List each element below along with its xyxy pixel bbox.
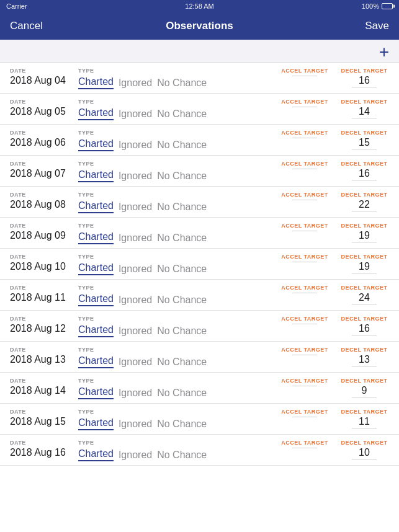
cancel-button[interactable]: Cancel — [10, 20, 43, 32]
charted-option[interactable]: Charted — [78, 200, 114, 213]
type-selector: Charted Ignored No Chance — [78, 324, 207, 337]
type-label: TYPE — [78, 254, 207, 260]
no-chance-option[interactable]: No Chance — [157, 171, 207, 182]
ignored-option[interactable]: Ignored — [119, 295, 152, 306]
date-value: 2018 Aug 10 — [10, 261, 78, 272]
accel-label: ACCEL TARGET — [281, 68, 328, 74]
ignored-option[interactable]: Ignored — [119, 140, 152, 151]
type-col: TYPE Charted Ignored No Chance — [78, 99, 207, 120]
decel-col: DECEL TARGET 16 — [339, 316, 389, 335]
accel-value — [292, 323, 317, 324]
no-chance-option[interactable]: No Chance — [157, 295, 207, 306]
type-label: TYPE — [78, 192, 207, 198]
date-value: 2018 Aug 06 — [10, 137, 78, 148]
no-chance-option[interactable]: No Chance — [157, 450, 207, 461]
table-row: DATE 2018 Aug 08 TYPE Charted Ignored No… — [0, 187, 399, 218]
no-chance-option[interactable]: No Chance — [157, 202, 207, 213]
decel-value: 16 — [352, 75, 377, 87]
save-button[interactable]: Save — [365, 20, 389, 32]
add-button[interactable]: + — [379, 43, 389, 61]
table-row: DATE 2018 Aug 07 TYPE Charted Ignored No… — [0, 156, 399, 187]
charted-option[interactable]: Charted — [78, 138, 114, 151]
charted-option[interactable]: Charted — [78, 293, 114, 306]
type-label: TYPE — [78, 440, 207, 446]
ignored-option[interactable]: Ignored — [119, 109, 152, 120]
no-chance-option[interactable]: No Chance — [157, 388, 207, 399]
ignored-option[interactable]: Ignored — [119, 326, 152, 337]
date-col: DATE 2018 Aug 08 — [10, 192, 78, 210]
no-chance-option[interactable]: No Chance — [157, 233, 207, 244]
no-chance-option[interactable]: No Chance — [157, 109, 207, 120]
date-col: DATE 2018 Aug 16 — [10, 440, 78, 458]
type-col: TYPE Charted Ignored No Chance — [78, 316, 207, 337]
no-chance-option[interactable]: No Chance — [157, 419, 207, 430]
no-chance-option[interactable]: No Chance — [157, 140, 207, 151]
charted-option[interactable]: Charted — [78, 324, 114, 337]
targets-section: ACCEL TARGET DECEL TARGET 16 — [280, 68, 389, 87]
decel-value: 15 — [352, 137, 377, 149]
charted-option[interactable]: Charted — [78, 417, 114, 430]
table-row: DATE 2018 Aug 13 TYPE Charted Ignored No… — [0, 342, 399, 373]
charted-option[interactable]: Charted — [78, 107, 114, 120]
type-label: TYPE — [78, 316, 207, 322]
accel-value — [292, 75, 317, 76]
ignored-option[interactable]: Ignored — [119, 450, 152, 461]
accel-label: ACCEL TARGET — [281, 316, 328, 322]
table-row: DATE 2018 Aug 10 TYPE Charted Ignored No… — [0, 249, 399, 280]
charted-option[interactable]: Charted — [78, 262, 114, 275]
date-value: 2018 Aug 11 — [10, 292, 78, 303]
decel-col: DECEL TARGET 10 — [339, 440, 389, 459]
table-row: DATE 2018 Aug 09 TYPE Charted Ignored No… — [0, 218, 399, 249]
ignored-option[interactable]: Ignored — [119, 202, 152, 213]
targets-section: ACCEL TARGET DECEL TARGET 19 — [280, 254, 389, 273]
charted-option[interactable]: Charted — [78, 355, 114, 368]
charted-option[interactable]: Charted — [78, 448, 114, 461]
no-chance-option[interactable]: No Chance — [157, 357, 207, 368]
table-row: DATE 2018 Aug 11 TYPE Charted Ignored No… — [0, 280, 399, 311]
type-col: TYPE Charted Ignored No Chance — [78, 68, 207, 89]
decel-label: DECEL TARGET — [341, 161, 387, 167]
ignored-option[interactable]: Ignored — [119, 388, 152, 399]
date-label: DATE — [10, 254, 78, 260]
date-col: DATE 2018 Aug 13 — [10, 347, 78, 365]
date-col: DATE 2018 Aug 04 — [10, 68, 78, 86]
ignored-option[interactable]: Ignored — [119, 357, 152, 368]
ignored-option[interactable]: Ignored — [119, 419, 152, 430]
charted-option[interactable]: Charted — [78, 386, 114, 399]
add-row: + — [0, 40, 399, 63]
decel-col: DECEL TARGET 19 — [339, 223, 389, 242]
decel-col: DECEL TARGET 19 — [339, 254, 389, 273]
ignored-option[interactable]: Ignored — [119, 171, 152, 182]
accel-col: ACCEL TARGET — [280, 409, 330, 428]
type-label: TYPE — [78, 161, 207, 167]
date-col: DATE 2018 Aug 11 — [10, 285, 78, 303]
charted-option[interactable]: Charted — [78, 169, 114, 182]
date-label: DATE — [10, 316, 78, 322]
decel-label: DECEL TARGET — [341, 409, 387, 415]
table-row: DATE 2018 Aug 04 TYPE Charted Ignored No… — [0, 63, 399, 94]
ignored-option[interactable]: Ignored — [119, 78, 152, 89]
targets-section: ACCEL TARGET DECEL TARGET 9 — [280, 378, 389, 397]
no-chance-option[interactable]: No Chance — [157, 326, 207, 337]
accel-value — [292, 354, 317, 355]
accel-value — [292, 199, 317, 200]
accel-label: ACCEL TARGET — [281, 161, 328, 167]
date-label: DATE — [10, 68, 78, 74]
targets-section: ACCEL TARGET DECEL TARGET 11 — [280, 409, 389, 428]
accel-col: ACCEL TARGET — [280, 254, 330, 273]
ignored-option[interactable]: Ignored — [119, 264, 152, 275]
accel-col: ACCEL TARGET — [280, 130, 330, 149]
type-selector: Charted Ignored No Chance — [78, 200, 207, 213]
ignored-option[interactable]: Ignored — [119, 233, 152, 244]
no-chance-option[interactable]: No Chance — [157, 78, 207, 89]
decel-col: DECEL TARGET 22 — [339, 192, 389, 211]
decel-label: DECEL TARGET — [341, 440, 387, 446]
carrier-label: Carrier — [6, 2, 27, 10]
charted-option[interactable]: Charted — [78, 76, 114, 89]
type-col: TYPE Charted Ignored No Chance — [78, 440, 207, 461]
no-chance-option[interactable]: No Chance — [157, 264, 207, 275]
type-col: TYPE Charted Ignored No Chance — [78, 347, 207, 368]
accel-col: ACCEL TARGET — [280, 192, 330, 211]
accel-label: ACCEL TARGET — [281, 409, 328, 415]
charted-option[interactable]: Charted — [78, 231, 114, 244]
